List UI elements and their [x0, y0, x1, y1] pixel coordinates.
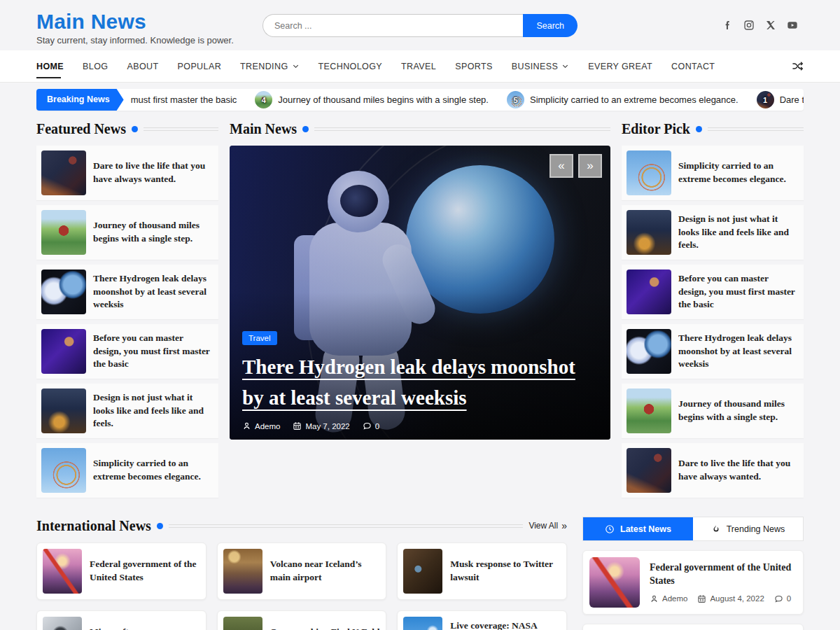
- chevron-down-icon: [561, 62, 569, 70]
- article-list-item[interactable]: Dare to live the life that you have alwa…: [36, 146, 218, 200]
- calendar-icon: [293, 421, 302, 430]
- article-title: Musk response to Twitter lawsuit: [450, 558, 561, 584]
- section-title: Featured News: [36, 121, 126, 137]
- article-card[interactable]: Microsoft announces native Teams: [36, 610, 206, 630]
- instagram-icon[interactable]: [743, 20, 755, 31]
- article-list-item[interactable]: Before you can master design, you must f…: [36, 324, 218, 379]
- article-list-item[interactable]: There Hydrogen leak delays moonshot by a…: [36, 265, 218, 319]
- comment-count: 0: [375, 422, 379, 430]
- shuffle-icon[interactable]: [792, 60, 804, 72]
- nav-label: TECHNOLOGY: [318, 62, 383, 71]
- featured-news-section: Featured News Dare to live the life that…: [36, 120, 218, 503]
- youtube-icon[interactable]: [787, 20, 798, 31]
- section-dot: [302, 126, 309, 132]
- article-thumbnail: [223, 549, 262, 594]
- article-list-item[interactable]: Design is not just what it looks like an…: [622, 205, 804, 260]
- article-title: Simplicity carried to an extreme becomes…: [678, 160, 799, 186]
- nav-item-popular[interactable]: POPULAR: [178, 50, 222, 83]
- search-input[interactable]: [262, 14, 523, 37]
- article-list-item[interactable]: Journey of thousand miles begins with a …: [36, 205, 218, 260]
- article-title: Design is not just what it looks like an…: [678, 213, 799, 253]
- nav-item-contact[interactable]: CONTACT: [671, 50, 715, 83]
- nav-label: SPORTS: [455, 62, 493, 71]
- nav-item-home[interactable]: HOME: [36, 50, 64, 83]
- tab-trending-news[interactable]: Trending News: [693, 517, 803, 540]
- nav-item-trending[interactable]: TRENDING: [240, 50, 299, 83]
- nav-label: BUSINESS: [512, 62, 558, 71]
- article-thumbnail: [223, 617, 262, 630]
- article-thumbnail: [626, 150, 671, 195]
- article-title: Before you can master design, you must f…: [93, 332, 214, 372]
- lower-left-column: International News View All» Federal gov…: [36, 517, 567, 630]
- nav-item-every-great[interactable]: EVERY GREAT: [588, 50, 652, 83]
- ticker-item[interactable]: 4Journey of thousand miles begins with a…: [255, 91, 489, 108]
- article-list-item[interactable]: Journey of thousand miles begins with a …: [622, 384, 804, 438]
- nav-label: CONTACT: [671, 62, 715, 71]
- article-title: Dare to live the life that you have alwa…: [93, 160, 214, 186]
- sidebar-article-card[interactable]: Federal government of the United States …: [582, 550, 804, 615]
- nav-item-about[interactable]: ABOUT: [127, 50, 158, 83]
- person-icon: [650, 594, 659, 603]
- comment-icon: [363, 421, 372, 430]
- article-card[interactable]: Federal government of the United States: [36, 542, 206, 600]
- ticker-item[interactable]: 1Dare to live the life that you have alw…: [757, 91, 804, 108]
- ticker-item[interactable]: must first master the basic: [131, 94, 237, 105]
- article-list-item[interactable]: Design is not just what it looks like an…: [36, 384, 218, 438]
- site-tagline: Stay current, stay informed. Knowledge i…: [36, 35, 234, 46]
- article-thumbnail: [403, 617, 442, 630]
- top-content-grid: Featured News Dare to live the life that…: [36, 120, 804, 503]
- section-rule: [708, 127, 804, 131]
- category-badge[interactable]: Travel: [242, 331, 277, 345]
- tab-label: Latest News: [620, 524, 671, 534]
- international-cards-row: Microsoft announces native Teams Oppo wo…: [36, 610, 567, 630]
- article-list-item[interactable]: Simplicity carried to an extreme becomes…: [622, 146, 804, 200]
- article-title: Journey of thousand miles begins with a …: [93, 219, 214, 246]
- hero-article-title[interactable]: There Hydrogen leak delays moonshot by a…: [242, 352, 598, 413]
- hero-meta: Ademo May 7, 2022 0: [242, 421, 598, 430]
- article-title: Journey of thousand miles begins with a …: [678, 398, 799, 424]
- nav-item-sports[interactable]: SPORTS: [455, 50, 493, 83]
- article-card[interactable]: Live coverage: NASA scrubs second Artemi…: [397, 610, 567, 630]
- nav-label: TRAVEL: [401, 62, 436, 71]
- fire-icon: [711, 524, 721, 534]
- article-list-item[interactable]: Before you can master design, you must f…: [622, 265, 804, 319]
- ticker-item[interactable]: 5Simplicity carried to an extreme become…: [507, 91, 738, 108]
- article-thumbnail: [626, 329, 671, 374]
- article-card[interactable]: Musk response to Twitter lawsuit: [397, 542, 567, 600]
- section-dot: [132, 126, 138, 132]
- x-twitter-icon[interactable]: [765, 20, 776, 31]
- sidebar-article-card[interactable]: Volcano near Iceland’s main airport Adem…: [582, 624, 804, 630]
- ticker-items: must first master the basic 4Journey of …: [131, 91, 804, 108]
- comments-meta: 0: [363, 421, 379, 430]
- view-all-link[interactable]: View All»: [528, 521, 567, 531]
- person-icon: [242, 421, 251, 430]
- article-list-item[interactable]: There Hydrogen leak delays moonshot by a…: [622, 324, 804, 379]
- breaking-news-ticker: Breaking News must first master the basi…: [36, 89, 804, 111]
- article-title: There Hydrogen leak delays moonshot by a…: [678, 332, 799, 372]
- slider-next-button[interactable]: »: [578, 154, 602, 178]
- article-card[interactable]: Oppo working Find N Fold and Find: [217, 610, 387, 630]
- article-thumbnail: [626, 388, 671, 433]
- main-navigation: HOME BLOG ABOUT POPULAR TRENDING TECHNOL…: [0, 50, 840, 83]
- article-meta: Ademo August 4, 2022 0: [650, 594, 797, 603]
- site-title[interactable]: Main News: [36, 10, 234, 33]
- nav-item-blog[interactable]: BLOG: [83, 50, 108, 83]
- section-title: Main News: [230, 121, 297, 137]
- nav-label: EVERY GREAT: [588, 62, 652, 71]
- article-list-item[interactable]: Dare to live the life that you have alwa…: [622, 443, 804, 498]
- article-card[interactable]: Volcano near Iceland’s main airport: [217, 542, 387, 600]
- search-button[interactable]: Search: [523, 14, 578, 37]
- slider-prev-button[interactable]: «: [550, 154, 573, 178]
- nav-item-travel[interactable]: TRAVEL: [401, 50, 436, 83]
- nav-item-business[interactable]: BUSINESS: [512, 50, 569, 83]
- facebook-icon[interactable]: [722, 20, 733, 31]
- article-list-item[interactable]: Simplicity carried to an extreme becomes…: [36, 443, 218, 498]
- date-text: August 4, 2022: [710, 594, 764, 603]
- article-title: Federal government of the United States: [650, 561, 797, 588]
- section-title: International News: [36, 518, 151, 534]
- international-news-section: International News View All» Federal gov…: [36, 517, 567, 630]
- nav-item-technology[interactable]: TECHNOLOGY: [318, 50, 383, 83]
- calendar-icon: [697, 594, 706, 603]
- tab-latest-news[interactable]: Latest News: [583, 517, 693, 540]
- article-thumbnail: [626, 448, 671, 493]
